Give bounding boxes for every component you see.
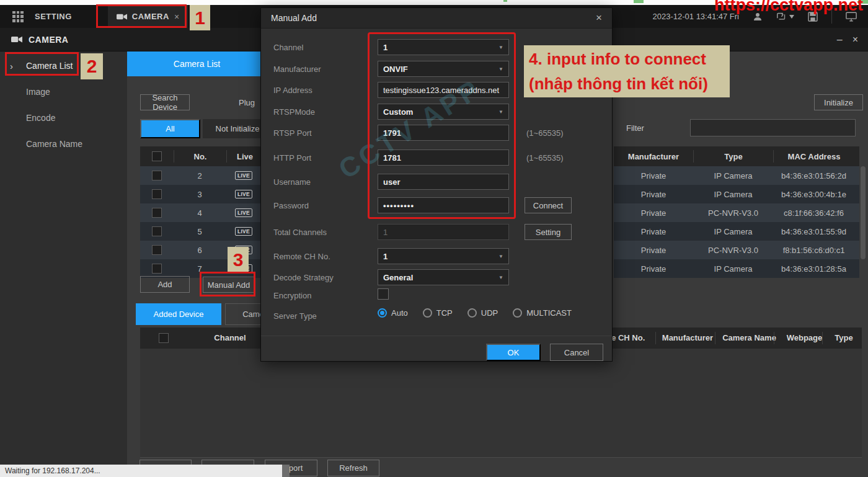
tab-added-device[interactable]: Added Device <box>136 303 221 325</box>
column-mac[interactable]: MAC Address <box>774 146 854 166</box>
select-all-checkbox[interactable] <box>152 151 162 161</box>
table-row[interactable]: Private PC-NVR-V3.0 c8:1f:66:36:42:f6 <box>614 203 859 222</box>
status-bar-edge <box>282 465 290 477</box>
search-device-button[interactable]: Search Device <box>140 94 190 110</box>
setting-menu[interactable]: SETTING <box>24 12 72 21</box>
column-no[interactable]: No. <box>174 146 226 166</box>
live-badge[interactable]: LIVE <box>235 208 252 217</box>
column-type[interactable]: Type <box>825 333 862 342</box>
table-row[interactable]: Private IP Camera b4:36:e3:00:4b:1e <box>614 185 859 203</box>
column-live[interactable]: Live <box>227 146 263 166</box>
artifact <box>634 0 644 3</box>
channel-no: 3 <box>174 185 226 203</box>
server-type-label: Server Type <box>273 311 317 321</box>
sidebar-item-encode[interactable]: Encode <box>0 105 127 131</box>
type-cell: IP Camera <box>693 185 773 203</box>
added-device-table-body <box>140 349 862 458</box>
table-row[interactable]: 5 LIVE <box>140 222 264 241</box>
filter-label: Filter <box>626 123 644 133</box>
column-camera-name[interactable]: Camera Name <box>720 333 779 342</box>
annotation-step4-line1: 4. input info to connect <box>529 47 725 71</box>
remote-ch-value: 1 <box>383 252 388 261</box>
connect-button[interactable]: Connect <box>525 197 572 213</box>
panel-title: CAMERA <box>29 35 68 45</box>
type-cell: PC-NVR-V3.0 <box>693 203 773 222</box>
dialog-close-icon[interactable]: × <box>596 12 602 24</box>
http-port-range-hint: (1~65535) <box>526 153 564 163</box>
radio-auto[interactable]: Auto <box>378 308 408 318</box>
row-checkbox[interactable] <box>152 226 162 236</box>
rtsp-port-range-hint: (1~65535) <box>526 128 564 138</box>
radio-udp[interactable]: UDP <box>467 308 498 318</box>
setting-button[interactable]: Setting <box>525 224 572 240</box>
add-button[interactable]: Add <box>140 276 190 293</box>
annotation-step3: 3 <box>228 247 249 273</box>
sidebar-item-camera-name[interactable]: Camera Name <box>0 131 127 157</box>
radio-label: Auto <box>391 308 408 318</box>
mac-cell: c8:1f:66:36:42:f6 <box>773 203 854 222</box>
table-row[interactable]: Private PC-NVR-V3.0 f8:b1:56:c6:d0:c1 <box>614 241 859 259</box>
dialog-title: Manual Add <box>271 13 317 23</box>
row-checkbox[interactable] <box>152 189 162 199</box>
close-icon[interactable]: × <box>852 34 858 45</box>
encryption-checkbox[interactable] <box>378 288 389 300</box>
cancel-button[interactable]: Cancel <box>550 344 603 361</box>
divider <box>261 336 612 336</box>
table-row[interactable]: Private IP Camera b4:36:e3:01:56:2d <box>614 166 859 185</box>
tab-camera-list[interactable]: Camera List <box>127 51 267 76</box>
refresh-button[interactable]: Refresh <box>327 460 379 476</box>
column-manufacturer[interactable]: Manufacturer <box>614 146 693 166</box>
manufacturer-cell: Private <box>614 241 693 259</box>
row-checkbox[interactable] <box>152 208 162 218</box>
sidebar-item-label: Image <box>26 87 50 97</box>
password-label: Password <box>273 201 309 210</box>
encryption-label: Encryption <box>273 291 311 300</box>
filter-all-button[interactable]: All <box>140 119 200 138</box>
initialize-button[interactable]: Initialize <box>814 94 863 110</box>
column-type[interactable]: Type <box>694 146 773 166</box>
column-channel[interactable]: Channel <box>196 333 264 342</box>
radio-multicast[interactable]: MULTICAST <box>513 308 572 318</box>
annotation-box-step4 <box>368 32 516 219</box>
table-row[interactable]: 4 LIVE <box>140 203 264 222</box>
channel-no: 4 <box>174 203 226 222</box>
channel-no: 5 <box>174 222 226 241</box>
table-row[interactable]: Private IP Camera b4:36:e3:01:55:9d <box>614 222 859 241</box>
remote-ch-select[interactable]: 1▼ <box>378 248 509 264</box>
live-badge[interactable]: LIVE <box>235 190 252 198</box>
sidebar-item-image[interactable]: Image <box>0 79 127 105</box>
rtsp-port-label: RTSP Port <box>273 128 312 138</box>
artifact <box>503 0 507 2</box>
radio-label: TCP <box>436 308 453 318</box>
decode-strategy-select[interactable]: General▼ <box>378 269 509 285</box>
rtsp-mode-label: RTSPMode <box>273 107 315 117</box>
row-checkbox[interactable] <box>152 264 162 274</box>
table-row[interactable]: 2 LIVE <box>140 166 264 185</box>
live-badge[interactable]: LIVE <box>235 171 252 180</box>
table-row[interactable]: 3 LIVE <box>140 185 264 203</box>
radio-tcp[interactable]: TCP <box>423 308 453 318</box>
ok-button[interactable]: OK <box>486 344 541 361</box>
dialog-title-bar[interactable]: Manual Add × <box>261 8 612 29</box>
apps-grid-icon[interactable] <box>0 11 24 22</box>
row-checkbox[interactable] <box>152 171 162 181</box>
table-row[interactable]: Private IP Camera b4:36:e3:01:28:5a <box>614 259 859 278</box>
manufacturer-cell: Private <box>614 259 693 278</box>
column-manufacturer[interactable]: Manufacturer <box>660 333 715 342</box>
ip-address-label: IP Address <box>273 86 312 95</box>
sidebar-item-label: Camera Name <box>26 139 82 149</box>
scrollbar[interactable] <box>861 166 866 259</box>
row-checkbox[interactable] <box>152 245 162 255</box>
channel-no: 2 <box>174 166 226 185</box>
live-badge[interactable]: LIVE <box>235 227 252 236</box>
mac-cell: b4:36:e3:00:4b:1e <box>773 185 854 203</box>
filter-input[interactable] <box>690 119 856 136</box>
minimize-icon[interactable]: – <box>837 34 843 45</box>
manufacturer-cell: Private <box>614 185 693 203</box>
annotation-box-step2 <box>5 52 79 76</box>
type-cell: PC-NVR-V3.0 <box>693 241 773 259</box>
type-cell: IP Camera <box>693 166 773 185</box>
select-all-checkbox[interactable] <box>159 333 169 343</box>
annotation-box-step3 <box>200 272 255 296</box>
server-type-radio-group: Auto TCP UDP MULTICAST <box>378 308 572 318</box>
